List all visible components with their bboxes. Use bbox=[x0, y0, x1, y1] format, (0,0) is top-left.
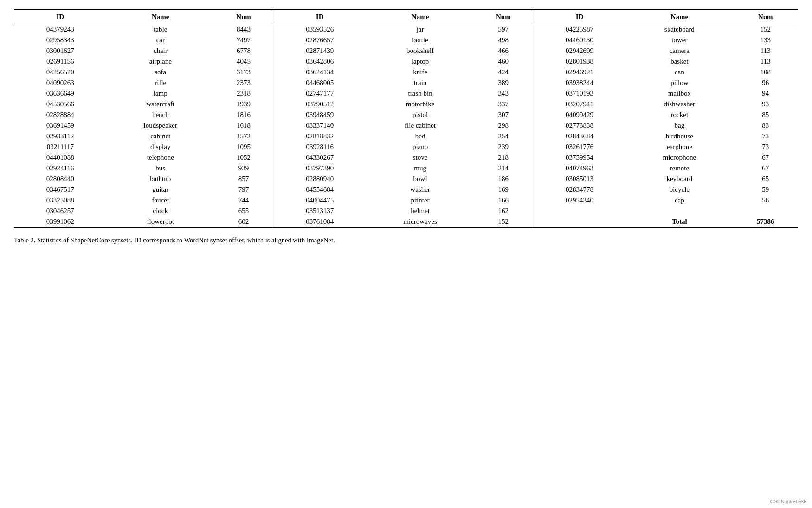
table-cell: faucet bbox=[107, 195, 214, 206]
table-cell: 152 bbox=[733, 24, 798, 35]
table-cell: 03593526 bbox=[273, 24, 367, 35]
table-cell: trash bin bbox=[366, 88, 474, 99]
main-table-container: ID Name Num ID Name Num ID Name Num 0437… bbox=[14, 9, 798, 228]
table-cell: guitar bbox=[107, 184, 214, 195]
table-cell: 04004475 bbox=[273, 195, 367, 206]
table-caption: Table 2. Statistics of ShapeNetCore syns… bbox=[14, 236, 798, 244]
table-cell: 03261776 bbox=[533, 142, 626, 152]
table-cell: 04554684 bbox=[273, 184, 367, 195]
table-cell: 03211117 bbox=[14, 142, 107, 152]
table-cell: 02828884 bbox=[14, 110, 107, 120]
table-cell: bus bbox=[107, 163, 214, 174]
table-cell: 04530566 bbox=[14, 99, 107, 110]
table-cell: 04379243 bbox=[14, 24, 107, 35]
table-cell: 02747177 bbox=[273, 88, 367, 99]
table-cell: telephone bbox=[107, 152, 214, 163]
table-cell: 03759954 bbox=[533, 152, 626, 163]
table-cell: 04468005 bbox=[273, 78, 367, 88]
table-cell: birdhouse bbox=[626, 131, 733, 142]
table-row: 02808440bathtub85702880940bowl1860308501… bbox=[14, 174, 798, 184]
table-cell: 03467517 bbox=[14, 184, 107, 195]
table-row: 02828884bench181603948459pistol307040994… bbox=[14, 110, 798, 120]
table-cell: earphone bbox=[626, 142, 733, 152]
table-cell: 73 bbox=[733, 142, 798, 152]
table-cell bbox=[533, 216, 626, 228]
table-cell: 85 bbox=[733, 110, 798, 120]
table-row: 04530566watercraft193903790512motorbike3… bbox=[14, 99, 798, 110]
table-cell: 04074963 bbox=[533, 163, 626, 174]
table-cell: 389 bbox=[474, 78, 533, 88]
table-cell: 03948459 bbox=[273, 110, 367, 120]
table-cell: 03991062 bbox=[14, 216, 107, 228]
table-cell: rifle bbox=[107, 78, 214, 88]
table-row: 03636649lamp231802747177trash bin3430371… bbox=[14, 88, 798, 99]
table-row: 03467517guitar79704554684washer169028347… bbox=[14, 184, 798, 195]
table-cell: 186 bbox=[474, 174, 533, 184]
table-cell: 162 bbox=[474, 206, 533, 216]
table-cell: camera bbox=[626, 46, 733, 56]
table-cell: 254 bbox=[474, 131, 533, 142]
table-cell: table bbox=[107, 24, 214, 35]
table-cell: helmet bbox=[366, 206, 474, 216]
table-cell: rocket bbox=[626, 110, 733, 120]
table-cell: 133 bbox=[733, 35, 798, 46]
table-cell: 83 bbox=[733, 120, 798, 131]
table-cell: stove bbox=[366, 152, 474, 163]
table-cell: 2373 bbox=[214, 78, 273, 88]
table-cell: 298 bbox=[474, 120, 533, 131]
table-cell: 04099429 bbox=[533, 110, 626, 120]
table-row: 04090263rifle237304468005train3890393824… bbox=[14, 78, 798, 88]
table-cell: remote bbox=[626, 163, 733, 174]
table-cell: 4045 bbox=[214, 56, 273, 67]
table-cell: 03624134 bbox=[273, 67, 367, 78]
table-cell: 03085013 bbox=[533, 174, 626, 184]
table-cell: cabinet bbox=[107, 131, 214, 142]
table-cell: bathtub bbox=[107, 174, 214, 184]
table-cell: bag bbox=[626, 120, 733, 131]
table-cell: 02808440 bbox=[14, 174, 107, 184]
table-cell: pillow bbox=[626, 78, 733, 88]
table-cell: 424 bbox=[474, 67, 533, 78]
table-cell: pistol bbox=[366, 110, 474, 120]
table-cell: 93 bbox=[733, 99, 798, 110]
table-cell: 56 bbox=[733, 195, 798, 206]
table-cell: 655 bbox=[214, 206, 273, 216]
table-cell: 02933112 bbox=[14, 131, 107, 142]
table-cell: keyboard bbox=[626, 174, 733, 184]
table-cell: laptop bbox=[366, 56, 474, 67]
table-cell: 03938244 bbox=[533, 78, 626, 88]
table-cell: 2318 bbox=[214, 88, 273, 99]
table-row: 04256520sofa317303624134knife42402946921… bbox=[14, 67, 798, 78]
table-cell: bowl bbox=[366, 174, 474, 184]
table-cell: microwaves bbox=[366, 216, 474, 228]
table-cell: 597 bbox=[474, 24, 533, 35]
table-cell: 03691459 bbox=[14, 120, 107, 131]
table-cell: can bbox=[626, 67, 733, 78]
table-cell: bicycle bbox=[626, 184, 733, 195]
table-cell: 02871439 bbox=[273, 46, 367, 56]
table-cell: microphone bbox=[626, 152, 733, 163]
table-cell: 1618 bbox=[214, 120, 273, 131]
table-cell: 02954340 bbox=[533, 195, 626, 206]
table-cell: 03790512 bbox=[273, 99, 367, 110]
table-cell: airplane bbox=[107, 56, 214, 67]
table-cell: 67 bbox=[733, 152, 798, 163]
table-cell: 04225987 bbox=[533, 24, 626, 35]
table-cell: 03761084 bbox=[273, 216, 367, 228]
table-cell: 214 bbox=[474, 163, 533, 174]
table-cell: 337 bbox=[474, 99, 533, 110]
table-cell: 02946921 bbox=[533, 67, 626, 78]
table-cell: Total bbox=[626, 216, 733, 228]
table-cell: 1052 bbox=[214, 152, 273, 163]
table-cell: train bbox=[366, 78, 474, 88]
table-cell: 96 bbox=[733, 78, 798, 88]
table-cell: 498 bbox=[474, 35, 533, 46]
table-row: 04401088telephone105204330267stove218037… bbox=[14, 152, 798, 163]
table-cell bbox=[626, 206, 733, 216]
col1-id-header: ID bbox=[14, 10, 107, 24]
table-cell: mug bbox=[366, 163, 474, 174]
col3-num-header: Num bbox=[733, 10, 798, 24]
col1-num-header: Num bbox=[214, 10, 273, 24]
table-cell: 03642806 bbox=[273, 56, 367, 67]
col2-num-header: Num bbox=[474, 10, 533, 24]
